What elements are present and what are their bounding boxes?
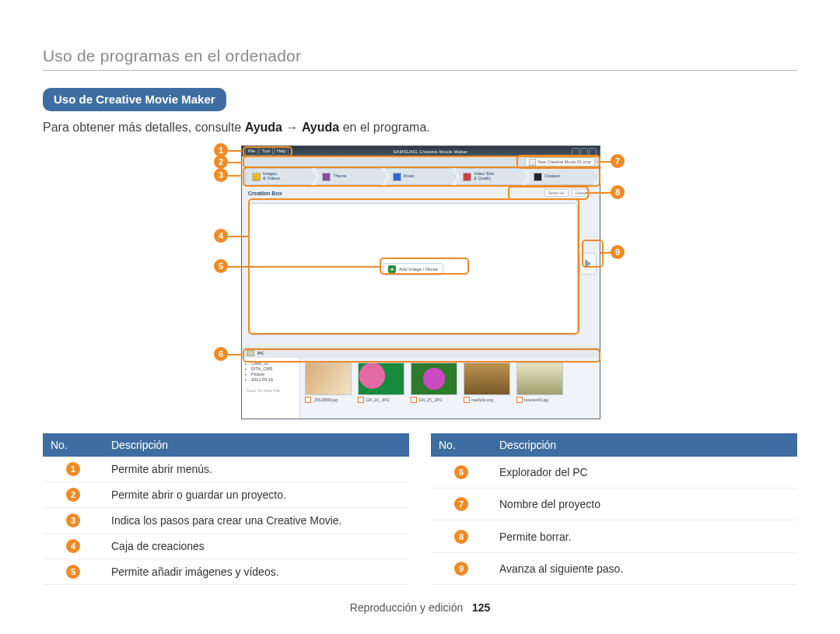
creation-icon xyxy=(534,173,542,181)
theme-icon xyxy=(322,173,331,181)
creation-box-title: Creation Box xyxy=(248,191,282,196)
row-desc: Explorador del PC xyxy=(492,457,797,489)
add-chip-label: Add Image / Movie xyxy=(399,267,438,271)
thumbnail-caption: 124_25_.JPG xyxy=(418,398,443,402)
thumbnail[interactable]: _R5U3998.jpg xyxy=(305,363,350,403)
app-menubar[interactable]: File Tool Help xyxy=(245,147,289,156)
step-label: Creation xyxy=(544,174,561,179)
table-row: 8Permite borrar. xyxy=(431,520,797,552)
thumbnail[interactable]: treeSplo.png xyxy=(464,363,509,403)
delete-button[interactable]: Delete xyxy=(572,189,590,197)
folder-tree[interactable]: CMM_UI DITA_CMS Picture 2011-05-16 Save … xyxy=(242,358,300,419)
row-desc: Avanza al siguiente paso. xyxy=(492,552,797,584)
close-icon[interactable] xyxy=(589,148,597,156)
table-row: 5Permite añadir imágenes y vídeos. xyxy=(43,559,409,585)
row-desc: Permite añadir imágenes y vídeos. xyxy=(103,559,409,585)
window-controls[interactable] xyxy=(572,148,597,156)
callout-7: 7 xyxy=(611,154,625,168)
section-title-pill: Uso de Creative Movie Maker xyxy=(43,88,226,111)
col-desc: Descripción xyxy=(103,433,409,457)
thumbnail-strip: _R5U3998.jpg 124_24_.JPG 124_25_.JPG tre… xyxy=(300,358,600,419)
thumbnail-image xyxy=(516,363,563,395)
col-desc: Descripción xyxy=(492,433,797,457)
table-row: 1Permite abrir menús. xyxy=(43,457,409,482)
folder-icon xyxy=(247,350,254,356)
callout-3: 3 xyxy=(214,168,228,182)
images-icon xyxy=(252,173,261,181)
thumbnail-caption: _R5U3998.jpg xyxy=(313,398,338,402)
step-theme[interactable]: Theme xyxy=(315,168,385,185)
thumbnail-caption: bowden03.jpg xyxy=(524,398,548,402)
intro-text: Para obtener más detalles, consulte Ayud… xyxy=(43,121,797,135)
checkbox-icon[interactable] xyxy=(464,397,470,403)
table-row: 2Permite abrir o guardar un proyecto. xyxy=(43,482,409,508)
annotated-screenshot: File Tool Help SAMSUNG Creative Movie Ma… xyxy=(214,145,626,419)
row-desc: Indica los pasos para crear una Creative… xyxy=(103,508,409,534)
pc-explorer: PC CMM_UI DITA_CMS Picture 2011-05-16 Sa… xyxy=(242,348,600,419)
row-desc: Nombre del proyecto xyxy=(492,489,797,520)
intro-suffix: en el programa. xyxy=(339,121,430,134)
step-label: Music xyxy=(404,174,415,179)
row-number-badge: 8 xyxy=(454,530,468,544)
project-file-chip[interactable]: New Creative Movie 01.cmp xyxy=(525,157,595,166)
thumbnail-caption: treeSplo.png xyxy=(471,398,493,402)
step-music[interactable]: Music xyxy=(386,168,456,185)
row-number-badge: 4 xyxy=(66,539,80,553)
thumbnail[interactable]: 124_24_.JPG xyxy=(358,363,403,403)
row-number-badge: 5 xyxy=(66,565,80,579)
col-no: No. xyxy=(43,433,103,457)
document-icon xyxy=(529,159,536,166)
step-images-videos[interactable]: Images& Videos xyxy=(245,168,315,185)
checkbox-icon[interactable] xyxy=(411,397,417,403)
maximize-icon[interactable] xyxy=(580,148,588,156)
table-row: 3Indica los pasos para crear una Creativ… xyxy=(43,508,409,534)
play-icon xyxy=(585,259,591,268)
footer-page-number: 125 xyxy=(472,601,490,614)
row-number-badge: 1 xyxy=(66,462,80,476)
creation-box[interactable]: + Add Image / Movie xyxy=(248,203,578,335)
checkbox-icon[interactable] xyxy=(358,397,364,403)
intro-prefix: Para obtener más detalles, consulte xyxy=(43,121,245,134)
table-row: 7Nombre del proyecto xyxy=(431,489,797,520)
thumbnail[interactable]: 124_25_.JPG xyxy=(411,363,456,403)
app-title-brand: SAMSUNG xyxy=(393,149,418,154)
step-creation[interactable]: Creation xyxy=(527,168,597,185)
table-row: 6Explorador del PC xyxy=(431,457,797,489)
callout-6: 6 xyxy=(214,347,228,361)
checkbox-icon[interactable] xyxy=(516,397,523,403)
pc-explorer-title: PC xyxy=(257,351,264,356)
pc-explorer-header[interactable]: PC xyxy=(242,349,600,358)
step-label: Video Size& Quality xyxy=(474,172,494,181)
step-label: Images& Videos xyxy=(263,172,280,181)
divider xyxy=(43,70,797,71)
tree-node[interactable]: DITA_CMS xyxy=(243,366,298,372)
thumbnail-image xyxy=(305,363,352,395)
minimize-icon[interactable] xyxy=(572,148,579,156)
menu-help[interactable]: Help xyxy=(274,147,289,156)
select-all-button[interactable]: Select All xyxy=(544,189,569,197)
app-title: SAMSUNG Creative Movie Maker xyxy=(289,149,572,154)
add-image-movie-button[interactable]: + Add Image / Movie xyxy=(383,263,443,275)
row-desc: Permite borrar. xyxy=(492,520,797,552)
thumbnail[interactable]: bowden03.jpg xyxy=(516,363,562,403)
project-file-name: New Creative Movie 01.cmp xyxy=(537,159,591,164)
row-number-badge: 7 xyxy=(454,497,468,511)
project-toolbar: New Creative Movie 01.cmp xyxy=(242,156,600,167)
breadcrumb: Uso de programas en el ordenador xyxy=(43,47,797,65)
checkbox-icon[interactable] xyxy=(305,397,311,403)
step-video-size[interactable]: Video Size& Quality xyxy=(456,168,526,185)
callout-4: 4 xyxy=(214,229,228,243)
app-body: Creation Box Select All Delete + Add Ima… xyxy=(242,186,600,419)
row-number-badge: 9 xyxy=(454,562,468,576)
next-step-play-button[interactable] xyxy=(579,253,597,275)
tree-node[interactable]: 2011-05-16 xyxy=(243,377,298,383)
table-row: 4Caja de creaciones xyxy=(43,534,409,559)
intro-bold-2: Ayuda xyxy=(302,121,339,134)
save-as-new-file[interactable]: Save As New File xyxy=(243,388,298,393)
row-desc: Caja de creaciones xyxy=(103,534,409,559)
menu-tool[interactable]: Tool xyxy=(259,147,273,156)
tree-node[interactable]: CMM_UI xyxy=(243,361,298,366)
tree-node[interactable]: Picture xyxy=(243,372,298,377)
menu-file[interactable]: File xyxy=(245,147,258,156)
intro-arrow: → xyxy=(282,121,302,134)
